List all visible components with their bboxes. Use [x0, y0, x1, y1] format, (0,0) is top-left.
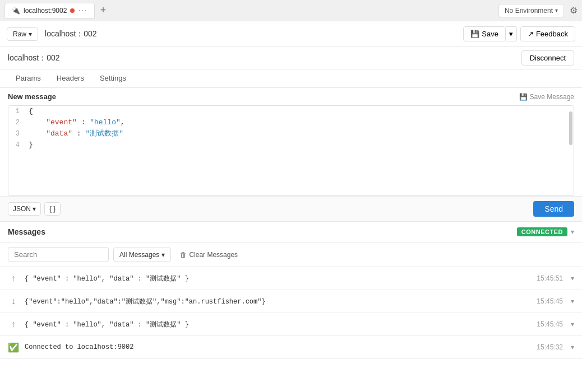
save-dropdown-button[interactable]: ▾: [506, 26, 517, 41]
settings-icon[interactable]: ⚙: [570, 5, 578, 16]
message-editor: New message 💾 Save Message 1 { 2 "event"…: [0, 88, 582, 196]
message-received-icon: ↓: [8, 296, 19, 307]
message-sent-icon: ↑: [8, 319, 19, 330]
tab-params[interactable]: Params: [8, 69, 49, 88]
line-num-1: 1: [8, 106, 26, 117]
message-time: 15:45:45: [537, 297, 563, 305]
save-msg-icon: 💾: [519, 93, 528, 101]
message-expand-icon[interactable]: ▾: [571, 320, 574, 328]
feedback-icon: ↗: [528, 30, 534, 38]
clear-messages-button[interactable]: 🗑 Clear Messages: [175, 248, 242, 262]
message-footer: JSON ▾ { } Send: [0, 196, 582, 221]
tab-dot: [70, 8, 75, 13]
all-messages-chevron-icon: ▾: [161, 251, 165, 259]
check-circle-icon: ✅: [8, 342, 19, 353]
clear-icon: 🗑: [180, 251, 187, 259]
editor-title: New message: [8, 92, 56, 101]
tab-settings[interactable]: Settings: [92, 69, 134, 88]
url-text: localhost：002: [8, 53, 60, 63]
message-expand-icon[interactable]: ▾: [571, 274, 574, 282]
clear-label: Clear Messages: [189, 251, 238, 259]
tab-icon: 🔌: [12, 7, 20, 15]
line-content-3: "data" : "测试数据": [26, 128, 574, 139]
nav-tabs: Params Headers Settings: [0, 69, 582, 88]
save-icon: 💾: [470, 30, 479, 38]
tab-more[interactable]: ···: [78, 6, 87, 16]
format-button[interactable]: { }: [44, 202, 61, 216]
code-line-2: 2 "event" : "hello",: [8, 117, 574, 128]
new-tab-button[interactable]: +: [97, 4, 110, 16]
message-item: ✅ Connected to localhost:9002 15:45:32 ▾: [0, 336, 582, 359]
arrow-down-icon: ↓: [11, 296, 16, 306]
line-content-4: }: [26, 139, 574, 151]
toolbar: Raw ▾ localhost：002 💾 Save ▾ ↗ Feedback: [0, 21, 582, 47]
disconnect-button[interactable]: Disconnect: [521, 50, 574, 66]
message-content: Connected to localhost:9002: [25, 343, 531, 351]
toolbar-url: localhost：002: [45, 29, 97, 39]
save-label: Save: [482, 30, 498, 38]
send-button[interactable]: Send: [533, 201, 574, 217]
message-expand-icon[interactable]: ▾: [571, 297, 574, 305]
tab-headers[interactable]: Headers: [49, 69, 92, 88]
editor-scrollbar[interactable]: [569, 106, 572, 195]
env-chevron-icon: ▾: [555, 7, 558, 13]
url-bar: localhost：002 Disconnect: [0, 47, 582, 69]
connected-badge: CONNECTED: [517, 227, 567, 236]
json-chevron-icon: ▾: [33, 205, 36, 213]
line-num-2: 2: [8, 117, 26, 128]
arrow-up-icon: ↑: [11, 273, 16, 283]
message-time: 15:45:32: [537, 343, 563, 351]
tab-label: localhost:9002: [24, 7, 67, 15]
tab-localhost[interactable]: 🔌 localhost:9002 ···: [4, 3, 95, 18]
line-num-4: 4: [8, 139, 26, 151]
all-messages-label: All Messages: [119, 251, 159, 259]
save-message-button[interactable]: 💾 Save Message: [519, 93, 574, 101]
line-content-1: {: [26, 106, 574, 117]
json-type-button[interactable]: JSON ▾: [8, 202, 41, 216]
tab-bar: 🔌 localhost:9002 ··· + No Environment ▾ …: [0, 0, 582, 21]
message-expand-icon[interactable]: ▾: [571, 343, 574, 351]
json-label: JSON: [13, 205, 31, 213]
code-editor[interactable]: 1 { 2 "event" : "hello", 3 "data" : "测试数…: [8, 105, 574, 196]
message-editor-header: New message 💾 Save Message: [8, 88, 574, 105]
message-list: ↑ { "event" : "hello", "data" : "测试数据" }…: [0, 267, 582, 359]
message-item: ↑ { "event" : "hello", "data" : "测试数据" }…: [0, 313, 582, 336]
save-chevron-icon: ▾: [509, 30, 513, 38]
message-content: { "event" : "hello", "data" : "测试数据" }: [25, 320, 531, 329]
save-msg-label: Save Message: [530, 93, 574, 101]
search-input[interactable]: [8, 247, 109, 262]
filter-bar: All Messages ▾ 🗑 Clear Messages: [0, 242, 582, 267]
all-messages-button[interactable]: All Messages ▾: [113, 248, 171, 262]
line-content-2: "event" : "hello",: [26, 117, 574, 128]
messages-chevron-icon[interactable]: ▾: [571, 228, 574, 236]
raw-chevron-icon: ▾: [29, 30, 32, 38]
raw-button[interactable]: Raw ▾: [7, 27, 38, 41]
line-num-3: 3: [8, 128, 26, 139]
message-item: ↓ {"event":"hello","data":"测试数据","msg":"…: [0, 290, 582, 313]
message-content: {"event":"hello","data":"测试数据","msg":"an…: [25, 297, 531, 306]
code-line-4: 4 }: [8, 139, 574, 151]
save-group: 💾 Save ▾: [463, 26, 517, 41]
message-time: 15:45:51: [537, 274, 563, 282]
feedback-button[interactable]: ↗ Feedback: [520, 26, 575, 41]
messages-title: Messages: [8, 227, 45, 236]
messages-header: Messages CONNECTED ▾: [0, 222, 582, 242]
message-time: 15:45:45: [537, 320, 563, 328]
message-content: { "event" : "hello", "data" : "测试数据" }: [25, 274, 531, 283]
arrow-up-icon: ↑: [11, 319, 16, 329]
message-sent-icon: ↑: [8, 273, 19, 284]
message-connected-icon: ✅: [8, 342, 19, 353]
environment-selector[interactable]: No Environment ▾: [498, 4, 564, 17]
raw-label: Raw: [13, 30, 26, 38]
code-line-3: 3 "data" : "测试数据": [8, 128, 574, 139]
message-item: ↑ { "event" : "hello", "data" : "测试数据" }…: [0, 267, 582, 290]
environment-label: No Environment: [505, 7, 553, 15]
code-line-1: 1 {: [8, 106, 574, 117]
messages-section: Messages CONNECTED ▾ All Messages ▾ 🗑 Cl…: [0, 221, 582, 359]
save-button[interactable]: 💾 Save: [463, 26, 506, 41]
feedback-label: Feedback: [536, 30, 568, 38]
